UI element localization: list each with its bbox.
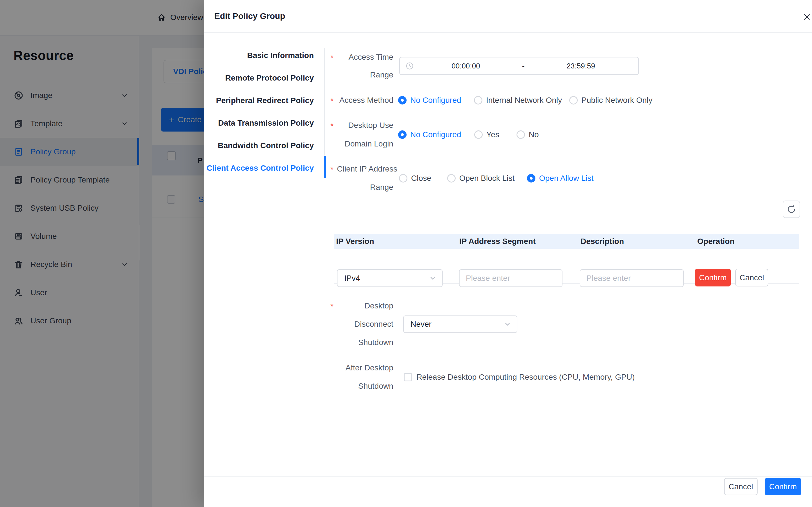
confirm-button[interactable]: Confirm: [765, 478, 801, 495]
required-asterisk: *: [331, 297, 337, 315]
time-separator: -: [518, 62, 529, 70]
tab-remote-protocol-policy[interactable]: Remote Protocol Policy: [204, 67, 314, 89]
radio-icon: [399, 174, 407, 182]
domain-login-label-line1: Desktop Use: [337, 116, 393, 134]
radio-label: No Configured: [410, 130, 461, 139]
modal-title: Edit Policy Group: [214, 11, 285, 21]
radio-icon: [398, 96, 407, 105]
radio-open-allow-list[interactable]: Open Allow List: [527, 172, 594, 184]
row-cancel-button[interactable]: Cancel: [735, 269, 768, 286]
radio-ip-close[interactable]: Close: [399, 172, 432, 184]
table-header-row: IP Version IP Address Segment Descriptio…: [335, 234, 799, 249]
radio-domain-no-configured[interactable]: No Configured: [398, 128, 461, 141]
radio-public-network-only[interactable]: Public Network Only: [569, 94, 652, 107]
tab-basic-information[interactable]: Basic Information: [204, 44, 314, 67]
access-method-label: Access Method: [337, 91, 393, 109]
tab-client-access-control-policy[interactable]: Client Access Control Policy: [204, 157, 314, 179]
footer-divider: [204, 476, 812, 476]
required-asterisk: *: [331, 116, 337, 134]
radio-label: No Configured: [410, 96, 461, 105]
col-operation: Operation: [696, 237, 799, 246]
release-resources-label: Release Desktop Computing Resources (CPU…: [416, 368, 635, 386]
col-ip-address-segment: IP Address Segment: [458, 237, 579, 246]
time-start-value[interactable]: 00:00:00: [414, 62, 518, 70]
radio-open-block-list[interactable]: Open Block List: [447, 172, 515, 184]
table-row: IPv4 Confirm Cancel: [335, 249, 799, 284]
radio-icon: [516, 130, 525, 139]
required-asterisk: *: [331, 91, 337, 109]
radio-domain-yes[interactable]: Yes: [474, 128, 499, 141]
radio-label: No: [529, 130, 539, 139]
chevron-down-icon: [504, 321, 511, 328]
radio-label: Open Block List: [459, 174, 515, 183]
clock-icon: [405, 62, 414, 70]
radio-label: Yes: [486, 130, 499, 139]
screen: Overview Resource Image Template Policy …: [0, 0, 812, 507]
radio-label: Open Allow List: [539, 174, 594, 183]
time-end-value[interactable]: 23:59:59: [529, 62, 633, 70]
disconnect-label-line1: Desktop: [337, 297, 393, 315]
chevron-down-icon: [429, 275, 437, 282]
radio-icon: [527, 174, 536, 182]
client-ip-label-line1: Client IP Address: [337, 160, 393, 178]
refresh-button[interactable]: [783, 201, 800, 218]
radio-internal-network-only[interactable]: Internal Network Only: [474, 94, 562, 107]
close-icon[interactable]: [801, 11, 812, 22]
radio-icon: [569, 96, 578, 105]
ip-segment-input[interactable]: [459, 269, 562, 287]
nav-active-indicator: [324, 156, 326, 178]
disconnect-label-line2: Disconnect: [337, 315, 393, 333]
after-shutdown-label-line2: Shutdown: [337, 377, 393, 395]
access-time-range-picker[interactable]: 00:00:00 - 23:59:59: [399, 57, 639, 75]
access-time-label-line2: Range: [337, 66, 393, 84]
row-confirm-button[interactable]: Confirm: [695, 269, 731, 286]
col-description: Description: [579, 237, 696, 246]
required-asterisk: *: [331, 160, 337, 178]
tab-peripheral-redirect-policy[interactable]: Peripheral Redirect Policy: [204, 89, 314, 112]
radio-label: Public Network Only: [581, 96, 652, 105]
description-input[interactable]: [580, 269, 684, 287]
release-resources-checkbox[interactable]: [404, 373, 412, 381]
domain-login-label-line2: Domain Login: [337, 135, 393, 153]
radio-icon: [447, 174, 456, 182]
access-time-label-line1: Access Time: [337, 48, 393, 66]
tab-data-transmission-policy[interactable]: Data Transmission Policy: [204, 112, 314, 134]
required-asterisk: *: [331, 48, 337, 66]
ip-allow-list-table: IP Version IP Address Segment Descriptio…: [335, 234, 799, 284]
radio-icon: [474, 130, 483, 139]
radio-domain-no[interactable]: No: [516, 128, 539, 141]
client-ip-label-line2: Range: [337, 178, 393, 196]
disconnect-shutdown-select[interactable]: Never: [403, 316, 517, 333]
select-value: Never: [410, 320, 432, 329]
radio-icon: [474, 96, 483, 105]
edit-policy-group-modal: Edit Policy Group Basic Information Remo…: [204, 0, 812, 507]
ip-version-select[interactable]: IPv4: [337, 269, 443, 287]
ip-version-value: IPv4: [344, 274, 360, 283]
disconnect-label-line3: Shutdown: [337, 334, 393, 351]
cancel-button[interactable]: Cancel: [724, 478, 758, 495]
tab-bandwidth-control-policy[interactable]: Bandwidth Control Policy: [204, 134, 314, 157]
radio-label: Close: [411, 174, 432, 183]
radio-label: Internal Network Only: [486, 96, 562, 105]
radio-icon: [398, 130, 407, 139]
refresh-icon: [786, 205, 796, 214]
header-divider: [204, 32, 812, 33]
after-shutdown-label-line1: After Desktop: [337, 359, 393, 377]
col-ip-version: IP Version: [335, 237, 458, 246]
radio-access-no-configured[interactable]: No Configured: [398, 94, 461, 107]
